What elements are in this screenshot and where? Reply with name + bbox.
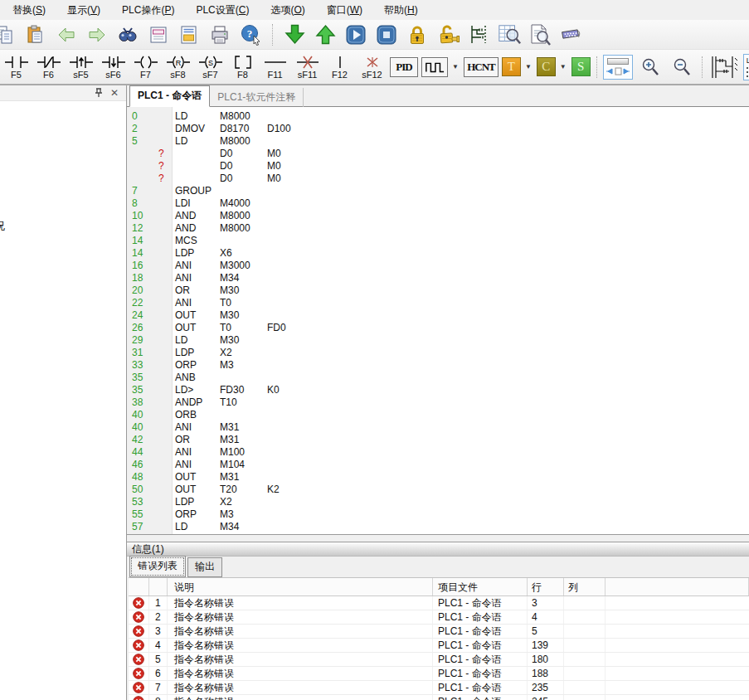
tab-output[interactable]: 输出 xyxy=(187,557,222,577)
adjust-width-button[interactable] xyxy=(603,55,633,80)
document-find-icon[interactable] xyxy=(528,23,552,46)
contact-closed-button[interactable]: F6 xyxy=(34,54,63,80)
instruction-row[interactable]: 42 OR M31 xyxy=(127,434,749,446)
timer-button[interactable]: T xyxy=(502,57,521,76)
coil-set-button[interactable]: S sF7 xyxy=(196,54,225,80)
instruction-row[interactable]: 31 LDP X2 xyxy=(127,347,749,359)
menu-item[interactable]: PLC设置(C) xyxy=(185,1,260,20)
instruction-view-button[interactable]: Ld m0 xyxy=(743,54,749,80)
instruction-row[interactable]: 5 LD M8000 xyxy=(127,135,749,148)
contact-rising-button[interactable]: sF5 xyxy=(66,54,95,80)
zoom-out-icon[interactable] xyxy=(668,56,696,79)
pid-button[interactable]: PID xyxy=(390,57,418,77)
instruction-row[interactable]: 18 ANI M34 xyxy=(127,272,749,284)
contact-falling-button[interactable]: sF6 xyxy=(99,54,128,80)
instruction-row[interactable]: 48 OUT M31 xyxy=(127,471,749,484)
instruction-row[interactable]: 29 LD M30 xyxy=(127,334,749,347)
pin-icon[interactable] xyxy=(95,88,103,98)
timer-dropdown-icon[interactable]: ▼ xyxy=(525,63,532,70)
instruction-row[interactable]: 2 DMOV D8170 D100 xyxy=(127,123,749,135)
zoom-in-icon[interactable] xyxy=(636,56,664,79)
instruction-row[interactable]: 0 LD M8000 xyxy=(127,110,749,123)
instruction-row[interactable]: 22 ANI T0 xyxy=(127,297,749,309)
counter-button[interactable]: C xyxy=(537,57,556,76)
header-project-file[interactable]: 项目文件 xyxy=(433,578,528,595)
coil-reset-button[interactable]: R sF8 xyxy=(163,54,192,80)
instruction-row[interactable]: 16 ANI M3000 xyxy=(127,260,749,272)
instruction-row[interactable]: ? D0 M0 xyxy=(127,173,749,185)
serial-port-icon[interactable] xyxy=(559,23,582,46)
horizontal-line-button[interactable]: F11 xyxy=(260,54,289,80)
vertical-line-button[interactable]: F12 xyxy=(325,54,354,80)
close-panel-icon[interactable]: ✕ xyxy=(110,88,119,98)
menu-item[interactable]: 窗口(W) xyxy=(316,1,373,20)
instruction-row[interactable]: 38 ANDP T10 xyxy=(127,396,749,409)
back-icon[interactable] xyxy=(55,23,78,46)
instruction-row[interactable]: 57 LD M34 xyxy=(127,521,749,533)
header-description[interactable]: 说明 xyxy=(168,578,433,595)
error-row[interactable]: 7 指令名称错误 PLC1 - 命令语 235 xyxy=(129,681,749,695)
header-line[interactable]: 行 xyxy=(528,578,564,595)
state-button[interactable]: S xyxy=(571,57,591,76)
tab-error-list[interactable]: 错误列表 xyxy=(129,556,186,577)
instruction-row[interactable]: 40 ANI M31 xyxy=(127,421,749,434)
menu-item[interactable]: PLC操作(P) xyxy=(111,1,185,20)
instruction-row[interactable]: 33 ORP M3 xyxy=(127,359,749,372)
hcnt-button[interactable]: HCNT xyxy=(464,57,499,77)
instruction-row[interactable]: 53 LDP X2 xyxy=(127,496,749,508)
menu-item[interactable]: 选项(O) xyxy=(260,1,315,20)
project-tree[interactable]: 况 xyxy=(0,101,126,700)
error-row[interactable]: 5 指令名称错误 PLC1 - 命令语 180 xyxy=(129,653,749,667)
unlock-icon[interactable] xyxy=(436,23,460,46)
menu-item[interactable]: 替换(S) xyxy=(2,1,56,20)
instruction-row[interactable]: 44 ANI M100 xyxy=(127,446,749,459)
download-to-plc-icon[interactable] xyxy=(283,23,306,46)
tab-instruction-list[interactable]: PLC1 - 命令语 xyxy=(129,85,210,107)
upload-from-plc-icon[interactable] xyxy=(314,23,337,46)
instruction-row[interactable]: 40 ORB xyxy=(127,409,749,421)
instruction-list-editor[interactable]: 0 LD M8000 2 DMOV D8170 D100 xyxy=(127,107,749,535)
coil-button[interactable]: F7 xyxy=(131,54,160,80)
instruction-row[interactable]: 46 ANI M104 xyxy=(127,459,749,471)
error-row[interactable]: 4 指令名称错误 PLC1 - 命令语 139 xyxy=(129,639,749,653)
help-icon[interactable]: ? xyxy=(239,23,262,46)
find-dialog-icon[interactable] xyxy=(147,23,170,46)
forward-icon[interactable] xyxy=(85,23,109,46)
contact-open-button[interactable]: F5 xyxy=(2,54,31,80)
instruction-row[interactable]: 14 MCS xyxy=(127,235,749,247)
instruction-row[interactable]: 12 AND M8000 xyxy=(127,222,749,235)
error-row[interactable]: 6 指令名称错误 PLC1 - 命令语 188 xyxy=(129,667,749,681)
menu-item[interactable]: 显示(V) xyxy=(56,1,111,20)
pulse-output-button[interactable] xyxy=(421,57,448,77)
instruction-row[interactable]: ? D0 M0 xyxy=(127,160,749,173)
paste-icon[interactable] xyxy=(24,23,47,46)
delete-vertical-line-button[interactable]: sF12 xyxy=(357,54,387,80)
instruction-row[interactable]: 10 AND M8000 xyxy=(127,210,749,222)
error-row[interactable]: 1 指令名称错误 PLC1 - 命令语 3 xyxy=(129,596,749,610)
instruction-row[interactable]: 35 LD> FD30 K0 xyxy=(127,384,749,396)
error-row[interactable]: 3 指令名称错误 PLC1 - 命令语 5 xyxy=(129,625,749,639)
instruction-row[interactable]: 20 OR M30 xyxy=(127,284,749,297)
print-icon[interactable] xyxy=(208,23,231,46)
instruction-row[interactable]: 26 OUT T0 FD0 xyxy=(127,322,749,334)
instruction-row[interactable]: 55 ORP M3 xyxy=(127,508,749,521)
run-plc-icon[interactable] xyxy=(344,23,367,46)
instruction-row[interactable]: 14 LDP X6 xyxy=(127,247,749,260)
stop-plc-icon[interactable] xyxy=(375,23,398,46)
counter-dropdown-icon[interactable]: ▼ xyxy=(560,63,567,70)
table-monitor-icon[interactable] xyxy=(498,23,521,46)
copy-icon[interactable] xyxy=(0,23,17,46)
function-block-button[interactable]: F8 xyxy=(228,54,257,80)
instruction-row[interactable]: 24 OUT M30 xyxy=(127,309,749,322)
tab-device-comments[interactable]: PLC1-软元件注释 xyxy=(210,88,304,107)
instruction-row[interactable]: 7 GROUP xyxy=(127,185,749,197)
instruction-row[interactable]: 50 OUT T20 K2 xyxy=(127,484,749,496)
header-column[interactable]: 列 xyxy=(564,578,606,595)
output-window-icon[interactable] xyxy=(178,23,201,46)
pulse-dropdown-icon[interactable]: ▼ xyxy=(452,63,459,70)
menu-item[interactable]: 帮助(H) xyxy=(373,1,429,20)
ladder-view-button[interactable] xyxy=(708,56,740,79)
lock-icon[interactable] xyxy=(406,23,429,46)
find-icon[interactable] xyxy=(116,23,139,46)
instruction-row[interactable]: 35 ANB xyxy=(127,372,749,384)
